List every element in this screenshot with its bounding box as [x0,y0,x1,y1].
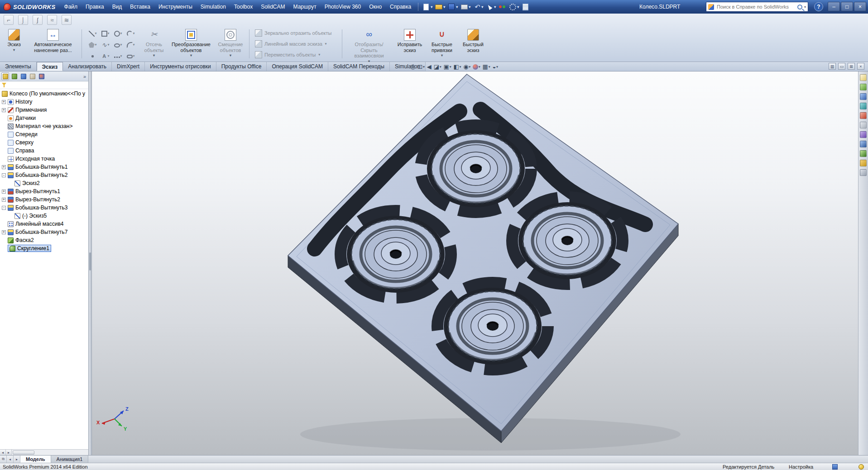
tree-item[interactable]: (-) Эскиз5 [0,212,88,220]
dimxpertmanager-tab[interactable] [29,72,36,80]
filter-funnel-icon[interactable] [2,83,6,87]
scrollbar-thumb[interactable] [13,451,34,455]
restore-button[interactable]: □ [841,2,853,11]
tree-item[interactable]: + History [0,98,88,106]
right-toolbar-icon-1[interactable] [860,74,867,81]
pane-split-icon[interactable]: ⧉ [0,456,7,463]
undo-icon[interactable]: ▾ [472,2,484,12]
tree-item[interactable]: + Примечания [0,106,88,114]
menu-insert[interactable]: Вставка [126,0,154,14]
tab-sketch[interactable]: Эскиз [37,62,63,71]
splitter-grip[interactable] [89,252,91,271]
point-icon[interactable] [86,51,99,62]
mirror-entities-button[interactable]: Зеркально отразить объекты [253,28,338,38]
sketch-button[interactable]: Эскиз ▾ [2,27,26,61]
expand-toggle[interactable] [2,222,6,226]
expand-toggle[interactable] [2,133,6,137]
expand-toggle[interactable]: + [2,190,6,194]
rebuild-icon[interactable] [497,2,507,12]
repair-sketch-button[interactable]: Исправить эскиз [394,27,426,61]
tab-scroll-right-icon[interactable]: ▸ [14,456,20,463]
sketch-fillet-icon[interactable]: ▾ [125,39,137,50]
tab-evaluate[interactable]: Анализировать [63,62,112,71]
menu-tools[interactable]: Инструменты [154,0,197,14]
view-orientation-icon[interactable]: ▣▾ [443,63,452,70]
menu-route[interactable]: Маршрут [289,0,321,14]
configurationmanager-tab[interactable] [19,72,27,80]
tree-item[interactable]: Сверху [0,138,88,147]
convert-entities-button[interactable]: Преобразование объектов ▾ [168,27,214,61]
slot-icon[interactable]: ▾ [125,51,137,62]
tree-item[interactable]: Датчики [0,114,88,122]
tab-scroll-left-icon[interactable]: ◂ [7,456,14,463]
help-button[interactable]: ? [814,2,823,11]
zoom-area-icon[interactable]: ⊡▾ [417,63,425,70]
menu-window[interactable]: Окно [365,0,386,14]
polygon-icon[interactable]: ▾ [86,39,99,50]
quick-snaps-button[interactable]: Быстрые привязки ▾ [426,27,458,61]
propertymanager-tab[interactable] [10,72,18,80]
right-toolbar-icon-2[interactable] [860,84,867,90]
ellipse-icon[interactable]: ▾ [112,39,124,50]
apply-scene-icon[interactable]: ▦▾ [482,63,491,70]
tree-item[interactable]: + Бобышка-Вытянуть7 [0,228,88,236]
dropdown-caret[interactable]: ▾ [153,53,155,57]
tab-dimxpert[interactable]: DimXpert [112,62,145,71]
spline-icon[interactable]: ▾ [99,39,111,50]
previous-view-icon[interactable]: ◀ [427,63,432,70]
expand-toggle[interactable] [2,247,6,251]
tree-root-item[interactable]: Колесо (По умолчанию<<По у [0,90,88,98]
customize-text[interactable]: Настройка [789,464,813,470]
save-icon[interactable]: ▾ [446,2,459,12]
file-properties-icon[interactable] [520,2,530,12]
model-tab[interactable]: Модель [20,456,51,463]
tree-item[interactable]: + Бобышка-Вытянуть1 [0,163,88,171]
status-help-ball-icon[interactable] [858,464,864,470]
expand-toggle[interactable]: - [2,173,6,177]
expand-toggle[interactable]: + [2,230,6,234]
expand-toggle[interactable] [2,157,6,161]
sketch-tool-icon-1[interactable]: ⌐ [4,15,14,25]
tree-item[interactable]: Эскиз2 [0,179,88,187]
right-toolbar-icon-5[interactable] [860,112,867,119]
panel-overflow-chevron[interactable]: » [83,74,87,79]
tree-item[interactable]: - Бобышка-Вытянуть3 [0,204,88,212]
menu-solidcam[interactable]: SolidCAM [257,0,289,14]
split-pane-icon[interactable]: ▥ [829,63,836,70]
menu-photoview[interactable]: PhotoView 360 [321,0,365,14]
menu-toolbox[interactable]: Toolbox [230,0,257,14]
sketch-tool-icon-4[interactable]: ≈ [47,15,57,25]
single-pane-icon[interactable]: ▭ [838,63,845,70]
expand-toggle[interactable] [2,149,6,153]
sketch-tool-icon-5[interactable]: ≋ [62,15,72,25]
open-icon[interactable]: ▾ [434,2,446,12]
hide-show-items-icon[interactable]: ◉▾ [463,63,471,70]
dropdown-caret[interactable]: ▾ [441,53,443,57]
tree-item[interactable]: Линейный массив4 [0,220,88,228]
menu-help[interactable]: Справка [386,0,415,14]
section-view-icon[interactable]: ◪▾ [433,63,442,70]
zoom-fit-icon[interactable]: ◎ [410,63,416,70]
expand-toggle[interactable]: + [2,108,6,112]
tab-features[interactable]: Элементы [0,62,37,71]
3d-model-wheel-part[interactable] [92,71,858,455]
right-toolbar-icon-10[interactable] [860,160,867,166]
tree-item[interactable]: + Вырез-Вытянуть1 [0,187,88,195]
close-button[interactable]: × [854,2,866,11]
tree-item[interactable]: Справа [0,147,88,155]
display-style-icon[interactable]: ◧▾ [453,63,461,70]
minimize-button[interactable]: – [828,2,840,11]
menu-simulation[interactable]: Simulation [197,0,230,14]
offset-entities-button[interactable]: Смещение объектов ▾ [214,27,247,61]
tree-item[interactable]: + Вырез-Вытянуть2 [0,195,88,204]
help-search-input[interactable] [716,4,796,10]
graphics-viewport[interactable]: X Z Y [92,71,858,455]
panel-splitter[interactable] [89,71,92,455]
auto-dimension-button[interactable]: Автоматическое нанесение раз... [26,27,80,61]
text-icon[interactable]: ▾ [99,51,111,62]
expand-toggle[interactable]: + [2,165,6,169]
search-options-caret[interactable]: ▾ [804,5,806,9]
display-relations-button[interactable]: Отобразить/Скрыть взаимосвязи ▾ [344,27,394,61]
tab-office-products[interactable]: Продукты Office [216,62,267,71]
right-toolbar-icon-6[interactable] [860,122,867,128]
